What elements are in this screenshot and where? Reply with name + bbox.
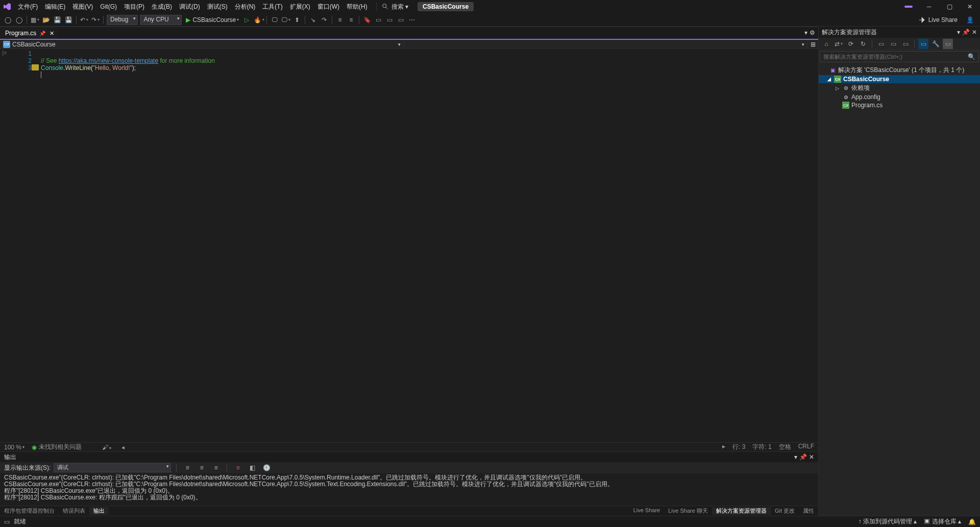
- tree-dependencies[interactable]: ▷ ⚙ 依赖项: [819, 83, 980, 93]
- code-editor[interactable]: {≡ 123 // See https://aka.ms/new-console…: [0, 49, 818, 442]
- notifications-icon[interactable]: 🔔: [968, 518, 976, 525]
- tab-overflow-icon[interactable]: ▾: [804, 29, 807, 37]
- sol-properties-icon[interactable]: 🔧: [930, 39, 941, 49]
- output-pin-icon[interactable]: 📌: [799, 453, 807, 461]
- close-button[interactable]: ✕: [960, 0, 980, 13]
- sol-showall-icon[interactable]: ▭: [888, 39, 898, 49]
- menu-help[interactable]: 帮助(H): [343, 0, 371, 13]
- member-dropdown[interactable]: ▾: [404, 40, 808, 49]
- account-indicator-icon[interactable]: [904, 6, 913, 8]
- tab-liveshare-chat[interactable]: Live Share 聊天: [664, 507, 712, 515]
- toggle-icon[interactable]: ▭: [396, 15, 406, 25]
- output-body[interactable]: CSBasicCourse.exe"(CoreCLR: clrhost): 已加…: [0, 473, 818, 506]
- menu-tools[interactable]: 工具(T): [259, 0, 286, 13]
- overflow-icon[interactable]: ⋯: [407, 15, 417, 25]
- tab-properties[interactable]: 属性: [799, 507, 818, 515]
- maximize-button[interactable]: ▢: [939, 0, 960, 13]
- sol-close-icon[interactable]: ✕: [972, 29, 977, 36]
- indent-indicator[interactable]: 空格: [779, 443, 791, 451]
- output-clock-icon[interactable]: 🕘: [261, 463, 272, 473]
- browser-link-icon[interactable]: 🖵▾: [281, 15, 291, 25]
- code-content[interactable]: // See https://aka.ms/new-console-templa…: [41, 49, 811, 442]
- save-icon[interactable]: 💾: [52, 15, 62, 25]
- line-indicator[interactable]: 行: 3: [732, 443, 745, 451]
- output-find-icon[interactable]: ≡: [197, 463, 207, 473]
- split-editor-icon[interactable]: ⊞: [808, 40, 818, 49]
- tree-appconfig[interactable]: ⚙ App.config: [819, 93, 980, 101]
- liveshare-button[interactable]: Live Share: [914, 16, 962, 23]
- menu-edit[interactable]: 编辑(E): [41, 0, 69, 13]
- menu-window[interactable]: 窗口(W): [314, 0, 343, 13]
- issues-label[interactable]: 未找到相关问题: [39, 443, 82, 451]
- indent-less-icon[interactable]: ≡: [335, 15, 345, 25]
- sol-collapse-icon[interactable]: ▭: [876, 39, 886, 49]
- output-stop-icon[interactable]: ◧: [247, 463, 257, 473]
- step-over-icon[interactable]: ↷: [319, 15, 329, 25]
- start-debug-button[interactable]: ▶CSBasicCourse▾: [183, 16, 242, 23]
- tab-program-cs[interactable]: Program.cs 📌 ✕: [0, 27, 57, 39]
- feedback-icon[interactable]: 👤: [965, 15, 975, 25]
- comment-icon[interactable]: ▭: [373, 15, 383, 25]
- zoom-level[interactable]: 100 %: [4, 444, 21, 451]
- scrollbar-vertical[interactable]: [811, 49, 818, 442]
- pin-icon[interactable]: 📌: [39, 31, 45, 36]
- tab-liveshare[interactable]: Live Share: [629, 507, 665, 515]
- browser-icon[interactable]: 🖵: [270, 15, 280, 25]
- publish-icon[interactable]: ⬆: [292, 15, 302, 25]
- tab-settings-icon[interactable]: ⚙: [810, 29, 815, 37]
- output-status-icon[interactable]: ▭: [4, 518, 10, 525]
- config-select[interactable]: Debug: [107, 15, 138, 25]
- tab-error-list[interactable]: 错误列表: [59, 507, 89, 515]
- brush-icon[interactable]: 🖌▾: [102, 444, 111, 451]
- output-list-icon[interactable]: ≡: [233, 463, 243, 473]
- code-link[interactable]: https://aka.ms/new-console-template: [59, 57, 158, 64]
- project-name-pill[interactable]: CSBasicCourse: [418, 2, 474, 11]
- close-tab-icon[interactable]: ✕: [50, 30, 54, 37]
- breakpoint-margin[interactable]: {≡: [0, 49, 14, 442]
- eol-indicator[interactable]: CRLF: [798, 443, 814, 451]
- undo-icon[interactable]: ↶▾: [79, 15, 89, 25]
- menu-test[interactable]: 测试(S): [204, 0, 231, 13]
- tab-output[interactable]: 输出: [89, 507, 109, 515]
- output-dropdown-icon[interactable]: ▾: [794, 453, 797, 461]
- sol-refresh-icon[interactable]: ↻: [858, 39, 868, 49]
- uncomment-icon[interactable]: ▭: [384, 15, 395, 25]
- indent-more-icon[interactable]: ≡: [346, 15, 356, 25]
- menu-project[interactable]: 项目(P): [120, 0, 148, 13]
- collapse-icon[interactable]: {≡: [0, 49, 14, 57]
- menu-debug[interactable]: 调试(D): [176, 0, 204, 13]
- expand-icon[interactable]: ◢: [826, 77, 832, 82]
- hot-reload-icon[interactable]: 🔥▾: [254, 15, 264, 25]
- tree-project[interactable]: ◢ C# CSBasicCourse: [819, 75, 980, 83]
- bookmark-icon[interactable]: 🔖: [362, 15, 372, 25]
- nav-fwd-icon[interactable]: ◯: [14, 15, 24, 25]
- solution-search[interactable]: 🔍: [820, 51, 979, 62]
- tab-package-manager[interactable]: 程序包管理器控制台: [0, 507, 59, 515]
- output-source-select[interactable]: 调试: [54, 463, 171, 472]
- expand-icon[interactable]: ▷: [834, 86, 840, 91]
- tree-solution-root[interactable]: ▣ 解决方案 'CSBasicCourse' (1 个项目，共 1 个): [819, 65, 980, 75]
- sol-copy-icon[interactable]: ▭: [900, 39, 911, 49]
- save-all-icon[interactable]: 💾: [63, 15, 74, 25]
- redo-icon[interactable]: ↷▾: [90, 15, 101, 25]
- new-project-icon[interactable]: ▦▾: [30, 15, 40, 25]
- start-without-debug-icon[interactable]: ▷: [242, 15, 253, 25]
- tree-program-cs[interactable]: C# Program.cs: [819, 101, 980, 109]
- scroll-left-icon[interactable]: ◂: [121, 444, 125, 451]
- menu-git[interactable]: Git(G): [96, 0, 120, 13]
- search-box[interactable]: 搜索 ▾: [376, 3, 408, 11]
- output-clear-icon[interactable]: ≡: [182, 463, 192, 473]
- menu-file[interactable]: 文件(F): [14, 0, 41, 13]
- suggestion-lightbulb-icon[interactable]: [32, 64, 39, 70]
- tab-solution-explorer[interactable]: 解决方案资源管理器: [712, 507, 771, 515]
- sol-pin-icon[interactable]: 📌: [962, 29, 970, 36]
- sol-filter-icon[interactable]: ▭: [943, 39, 953, 49]
- col-indicator[interactable]: 字符: 1: [752, 443, 771, 451]
- minimize-button[interactable]: ─: [919, 0, 939, 13]
- scroll-right-icon[interactable]: ▸: [722, 443, 725, 451]
- sol-sync-icon[interactable]: ⟳: [846, 39, 856, 49]
- menu-analyze[interactable]: 分析(N): [231, 0, 259, 13]
- add-to-source-control[interactable]: ↑ 添加到源代码管理 ▴: [859, 517, 917, 526]
- nav-back-icon[interactable]: ◯: [3, 15, 13, 25]
- project-dropdown[interactable]: C# CSBasicCourse ▾: [0, 40, 404, 49]
